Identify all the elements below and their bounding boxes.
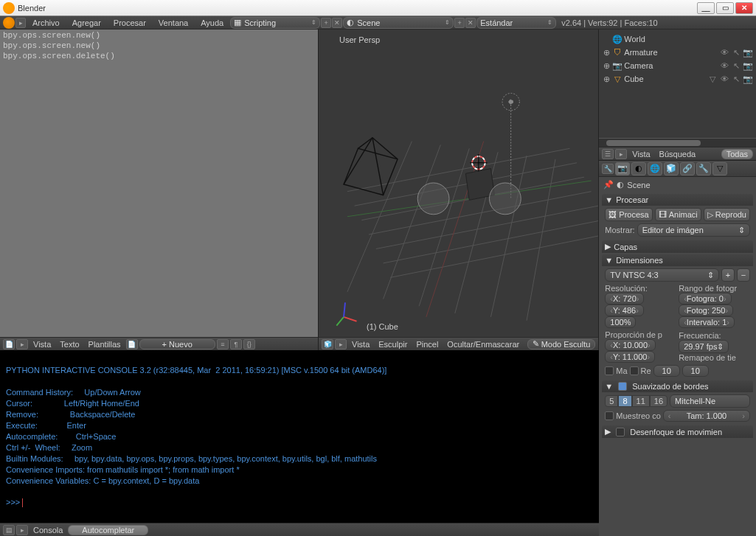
aa-filter-selector[interactable]: Mitchell-Ne: [670, 394, 750, 408]
editor-type-icon[interactable]: 🧊: [322, 339, 333, 349]
menu-ventana[interactable]: Ventana: [153, 18, 194, 27]
mode-selector[interactable]: ✎Modo Escultu: [527, 339, 596, 349]
chevron-right-icon[interactable]: ▸: [15, 18, 26, 28]
close-button[interactable]: ✕: [735, 2, 753, 14]
panel-title[interactable]: ▼Dimensiones: [602, 254, 753, 266]
python-console[interactable]: PYTHON INTERACTIVE CONSOLE 3.2 (r32:8844…: [0, 350, 599, 523]
v3-menu-ocultar[interactable]: Ocultar/Enmascarar: [443, 340, 523, 349]
checkbox-re[interactable]: [630, 366, 639, 375]
layout-selector[interactable]: ▦ Scripting ⇕: [230, 17, 320, 29]
animation-button[interactable]: 🎞Animaci: [655, 208, 701, 221]
cursor-icon[interactable]: ↖: [731, 74, 741, 84]
breadcrumb-label[interactable]: Scene: [627, 181, 650, 189]
tab-object[interactable]: 🧊: [664, 162, 679, 175]
panel-title[interactable]: ▶Capas: [602, 240, 753, 253]
chevron-right-icon[interactable]: ▸: [335, 339, 347, 349]
render-button[interactable]: 🖼Procesa: [605, 208, 652, 221]
pin-icon[interactable]: 📌: [603, 180, 614, 189]
chevron-right-icon[interactable]: ▸: [16, 339, 28, 349]
syntax-icon[interactable]: {}: [243, 339, 255, 349]
cursor-icon[interactable]: ↖: [731, 48, 741, 58]
menu-ayuda[interactable]: Ayuda: [195, 18, 229, 27]
seg-5[interactable]: 5: [605, 395, 618, 407]
maximize-button[interactable]: ▭: [716, 2, 734, 14]
add-layout-button[interactable]: +: [321, 18, 331, 28]
editor-type-icon[interactable]: 📄: [3, 339, 15, 349]
line-numbers-icon[interactable]: ≡: [217, 339, 229, 349]
checkbox-ma[interactable]: [605, 366, 614, 375]
frame-start[interactable]: ‹Fotogra: 0›: [679, 293, 731, 304]
resolution-y[interactable]: ‹Y: 486›: [605, 304, 644, 316]
aspect-x[interactable]: ‹X: 10.000›: [605, 339, 655, 351]
menu-procesar[interactable]: Procesar: [108, 18, 152, 27]
cursor-icon[interactable]: ↖: [731, 61, 741, 71]
triangle-icon[interactable]: ▽: [707, 74, 718, 84]
seg-16[interactable]: 16: [650, 395, 667, 407]
remap-new[interactable]: 10: [682, 365, 709, 377]
te-menu-texto[interactable]: Texto: [56, 340, 83, 349]
seg-11[interactable]: 11: [632, 395, 650, 407]
panel-title[interactable]: ▼Procesar: [602, 194, 753, 206]
outliner-menu-vista[interactable]: Vista: [628, 150, 653, 159]
autocomplete-button[interactable]: Autocompletar: [68, 525, 148, 535]
v3-menu-pincel[interactable]: Pincel: [412, 340, 442, 349]
preset-selector[interactable]: TV NTSC 4:3⇕: [605, 268, 719, 282]
frame-end[interactable]: ‹Fotog: 250›: [679, 304, 733, 316]
view3d-canvas[interactable]: User Persp: [319, 29, 598, 337]
checkbox-muestreo[interactable]: [605, 411, 614, 420]
tab-scene[interactable]: ◐: [631, 162, 646, 175]
panel-title[interactable]: ▶Desenfoque de movimien: [602, 425, 753, 438]
menu-agregar[interactable]: Agregar: [66, 18, 107, 27]
camera-icon[interactable]: 📷: [743, 74, 753, 84]
display-selector[interactable]: Editor de imágen⇕: [637, 223, 750, 237]
scene-selector[interactable]: ◐ Scene ⇕: [343, 17, 454, 29]
tab-modifier[interactable]: 🔧: [696, 162, 711, 175]
outliner-menu-busqueda[interactable]: Búsqueda: [656, 150, 700, 159]
engine-selector[interactable]: Estándar ⇕: [476, 17, 556, 29]
v3-menu-vista[interactable]: Vista: [348, 340, 373, 349]
play-button[interactable]: ▷Reprodu: [704, 208, 750, 221]
remap-old[interactable]: 10: [653, 365, 680, 377]
outliner-row[interactable]: ⊕ ⛉ Armature 👁↖📷: [602, 46, 753, 59]
outliner-scrollbar[interactable]: [599, 138, 756, 147]
aa-samples[interactable]: 5 8 11 16: [605, 395, 667, 407]
te-menu-vista[interactable]: Vista: [30, 340, 55, 349]
resolution-pct[interactable]: 100%: [605, 316, 636, 328]
te-menu-plantillas[interactable]: Plantillas: [85, 340, 125, 349]
expand-icon[interactable]: ⊕: [602, 61, 611, 71]
new-file-button[interactable]: +Nuevo: [139, 339, 215, 349]
expand-icon[interactable]: ⊕: [602, 74, 611, 84]
outliner-row[interactable]: ⊕ 📷 Camera 👁↖📷: [602, 59, 753, 72]
console-menu-consola[interactable]: Consola: [30, 526, 66, 535]
resolution-x[interactable]: ‹X: 720›: [605, 293, 644, 304]
outliner-tree[interactable]: 🌐 World ⊕ ⛉ Armature 👁↖📷 ⊕ 📷 Camera 👁↖📷: [599, 29, 756, 138]
script-content[interactable]: bpy.ops.screen.new() bpy.ops.screen.new(…: [0, 29, 318, 337]
editor-type-icon[interactable]: ▤: [3, 525, 15, 535]
aa-tam[interactable]: ‹Tam: 1.000›: [663, 410, 750, 422]
expand-icon[interactable]: ⊕: [602, 48, 611, 58]
blender-icon[interactable]: [3, 17, 15, 29]
remove-preset-button[interactable]: −: [737, 268, 750, 282]
tab-world[interactable]: 🌐: [648, 162, 662, 175]
eye-icon[interactable]: 👁: [719, 74, 729, 84]
remove-layout-button[interactable]: ✕: [332, 18, 342, 28]
document-icon[interactable]: 📄: [126, 339, 138, 349]
wrap-icon[interactable]: ¶: [230, 339, 242, 349]
remove-scene-button[interactable]: ✕: [465, 18, 476, 28]
minimize-button[interactable]: __: [697, 2, 715, 14]
add-scene-button[interactable]: +: [454, 18, 465, 28]
chevron-right-icon[interactable]: ▸: [615, 149, 627, 159]
aspect-y[interactable]: ‹Y: 11.000›: [605, 351, 655, 363]
add-preset-button[interactable]: +: [721, 268, 735, 282]
blur-checkbox[interactable]: [616, 428, 625, 436]
fps-selector[interactable]: 29.97 fps⇕: [679, 340, 729, 353]
editor-type-icon[interactable]: ☰: [602, 149, 614, 159]
camera-icon[interactable]: 📷: [743, 48, 753, 58]
eye-icon[interactable]: 👁: [719, 48, 729, 58]
outliner-row[interactable]: 🌐 World: [602, 32, 753, 46]
v3-menu-esculpir[interactable]: Esculpir: [375, 340, 411, 349]
outliner-button-todas[interactable]: Todas: [721, 149, 753, 159]
editor-type-icon[interactable]: 🔧: [602, 164, 614, 174]
menu-archivo[interactable]: Archivo: [27, 18, 66, 27]
outliner-row[interactable]: ⊕ ▽ Cube ▽👁↖📷: [602, 72, 753, 86]
